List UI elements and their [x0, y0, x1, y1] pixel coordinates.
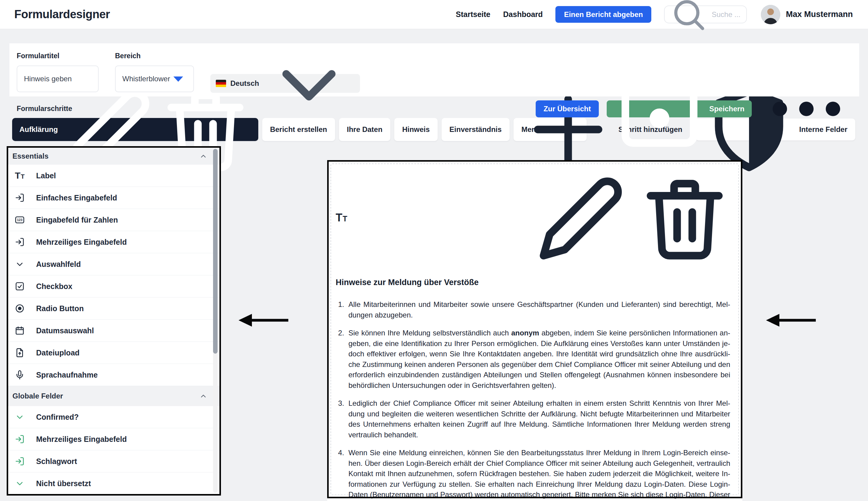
area-label: Bereich: [115, 52, 194, 60]
palette-item-eingabefeld-f-r-zahlen[interactable]: 123Eingabefeld für Zahlen: [8, 209, 219, 231]
text-field-type-icon: TT: [336, 211, 347, 224]
palette-item-label: Checkbox: [36, 282, 72, 291]
annotation-arrow-card: [765, 312, 818, 329]
active-tab-label: Aufklärung: [19, 125, 58, 134]
search-input[interactable]: [712, 10, 741, 19]
palette-item-label: Datumsauswahl: [36, 326, 94, 335]
svg-text:123: 123: [17, 218, 22, 222]
trash-icon: [639, 172, 730, 263]
avatar[interactable]: [761, 5, 780, 24]
text-icon: TT: [15, 171, 24, 180]
palette-item-mehrzeiliges-eingabefeld[interactable]: Mehrzeiliges Eingabefeld: [8, 428, 219, 450]
tab-hinweis[interactable]: Hinweis: [394, 118, 438, 141]
palette-item-datumsauswahl[interactable]: Datumsauswahl: [8, 320, 219, 342]
palette-item-auswahlfeld[interactable]: Auswahlfeld: [8, 253, 219, 275]
microphone-icon: [15, 370, 24, 380]
app-title: Formulardesigner: [14, 8, 110, 21]
search-box[interactable]: [664, 6, 747, 23]
form-title-group: Formulartitel: [17, 52, 98, 92]
tab-aufklaerung-active[interactable]: Aufklärung: [12, 118, 258, 141]
palette-item-label: Nicht übersetzt: [36, 479, 91, 488]
delete-block-button[interactable]: [639, 172, 730, 263]
tab-einverst-ndnis[interactable]: Einverständnis: [442, 118, 510, 141]
calendar-icon: [15, 326, 24, 335]
palette-section-title: Essentials: [12, 152, 49, 160]
palette-item-dateiupload[interactable]: Dateiupload: [8, 342, 219, 364]
notice-heading: Hinweise zur Meldung über Verstöße: [336, 278, 730, 287]
palette-item-label: Dateiupload: [36, 349, 80, 357]
notice-item-3: Lediglich der Chief Compliance Officer m…: [336, 398, 730, 440]
app-header: Formulardesigner Startseite Dashboard Ei…: [0, 0, 868, 29]
card-content: TT Hinweise zur Meldung über Verstöße Al…: [327, 160, 742, 501]
language-selector[interactable]: Deutsch: [210, 74, 360, 93]
palette-item-label: Einfaches Eingabefeld: [36, 193, 117, 202]
login-icon: [15, 456, 24, 466]
palette-item-schlagwort[interactable]: Schlagwort: [8, 450, 219, 472]
palette-scrollbar-track: [213, 149, 218, 493]
palette-item-label: Schlagwort: [36, 457, 77, 466]
field-palette: EssentialsTTLabelEinfaches Eingabefeld12…: [7, 146, 221, 495]
checkbox-icon: [15, 281, 24, 291]
login-icon: [15, 434, 24, 444]
edit-block-button[interactable]: [536, 172, 627, 263]
palette-item-mehrzeiliges-eingabefeld[interactable]: Mehrzeiliges Eingabefeld: [8, 231, 219, 253]
file-upload-icon: [15, 348, 24, 358]
area-select-value: Whistlerblower: [122, 75, 170, 83]
login-icon: [15, 193, 24, 203]
notice-list: Alle Mitarbeiterinnen und Mitarbeiter so…: [336, 299, 730, 501]
card-actions: [536, 172, 730, 263]
palette-item-radio-button[interactable]: Radio Button: [8, 298, 219, 320]
palette-section-essentials[interactable]: Essentials: [8, 148, 219, 165]
toolbar-actions: Zur Übersicht Speichern: [536, 63, 852, 154]
area-select[interactable]: Whistlerblower: [115, 65, 194, 92]
palette-item-checkbox[interactable]: Checkbox: [8, 275, 219, 298]
field-palette-body: EssentialsTTLabelEinfaches Eingabefeld12…: [8, 148, 219, 494]
pencil-icon: [536, 172, 627, 263]
palette-item-label: Confirmed?: [36, 413, 79, 422]
search-icon: [670, 0, 708, 33]
save-icon: [614, 63, 705, 154]
submit-report-button[interactable]: Einen Bericht abgeben: [555, 6, 651, 23]
area-group: Bereich Whistlerblower: [115, 52, 194, 92]
notice-item-4: Wenn Sie eine Meldung einreichen, können…: [336, 448, 730, 501]
chevron-up-icon[interactable]: [199, 392, 207, 400]
palette-section-globale-felder[interactable]: Globale Felder: [8, 386, 219, 406]
more-options-button[interactable]: [761, 63, 852, 154]
user-name: Max Mustermann: [786, 10, 853, 19]
nav-dashboard[interactable]: Dashboard: [503, 10, 543, 19]
chevron-up-icon[interactable]: [199, 152, 207, 160]
form-title-field[interactable]: [17, 65, 98, 92]
form-title-label: Formulartitel: [17, 52, 98, 60]
notice-item-2: Sie können Ihre Meldung selbstverständli…: [336, 328, 730, 391]
palette-item-confirmed[interactable]: Confirmed?: [8, 406, 219, 428]
form-canvas-card[interactable]: TT Hinweise zur Meldung über Verstöße Al…: [327, 160, 742, 501]
save-button-label: Speichern: [709, 105, 744, 113]
palette-item-sprachaufnahme[interactable]: Sprachaufnahme: [8, 364, 219, 386]
chevron-down-icon: [263, 38, 355, 129]
notice-item-1: Alle Mitarbeiterinnen und Mitarbeiter so…: [336, 299, 730, 320]
palette-item-label: Mehrzeiliges Eingabefeld: [36, 435, 127, 444]
palette-item-nicht-bersetzt[interactable]: Nicht übersetzt: [8, 472, 219, 494]
ellipsis-icon: [761, 63, 852, 154]
triangle-down-icon: [170, 71, 187, 87]
user-photo: [761, 5, 780, 24]
chevron-down-icon: [15, 412, 24, 422]
palette-item-label: Sprachaufnahme: [36, 371, 98, 380]
palette-scrollbar-thumb[interactable]: [213, 149, 218, 354]
form-settings-panel: Formulartitel Bereich Whistlerblower Deu…: [9, 43, 859, 96]
radio-icon: [15, 303, 24, 313]
nav-startseite[interactable]: Startseite: [456, 10, 490, 19]
palette-item-label: Label: [36, 171, 56, 180]
header-right: Startseite Dashboard Einen Bericht abgeb…: [443, 5, 853, 24]
palette-item-label: Auswahlfeld: [36, 260, 81, 269]
palette-item-einfaches-eingabefeld[interactable]: Einfaches Eingabefeld: [8, 187, 219, 209]
form-title-input[interactable]: [24, 75, 91, 83]
language-label: Deutsch: [230, 79, 259, 88]
login-icon: [15, 237, 24, 247]
german-flag-icon: [216, 80, 226, 87]
number-icon: 123: [15, 215, 24, 225]
save-button[interactable]: Speichern: [607, 100, 752, 117]
overview-button[interactable]: Zur Übersicht: [536, 100, 599, 117]
palette-item-label[interactable]: TTLabel: [8, 165, 219, 187]
palette-item-label: Radio Button: [36, 304, 84, 313]
